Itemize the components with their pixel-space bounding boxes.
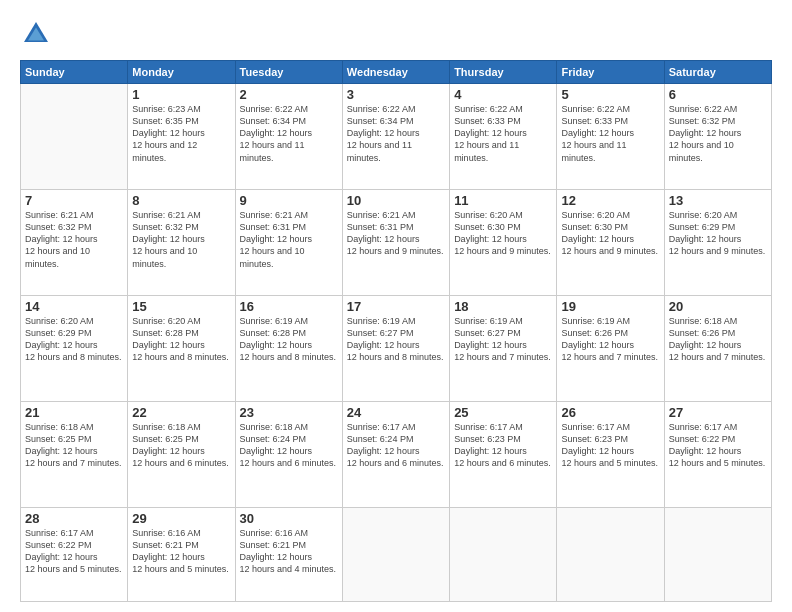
calendar-cell: 24 Sunrise: 6:17 AMSunset: 6:24 PMDaylig… [342,402,449,508]
calendar-week-row: 14 Sunrise: 6:20 AMSunset: 6:29 PMDaylig… [21,296,772,402]
cell-day-number: 4 [454,87,552,102]
cell-info: Sunrise: 6:19 AMSunset: 6:27 PMDaylight:… [454,316,551,362]
calendar-cell: 25 Sunrise: 6:17 AMSunset: 6:23 PMDaylig… [450,402,557,508]
cell-day-number: 8 [132,193,230,208]
calendar-cell [21,84,128,190]
cell-day-number: 6 [669,87,767,102]
cell-day-number: 20 [669,299,767,314]
cell-day-number: 17 [347,299,445,314]
calendar-cell: 11 Sunrise: 6:20 AMSunset: 6:30 PMDaylig… [450,190,557,296]
cell-day-number: 16 [240,299,338,314]
weekday-header-monday: Monday [128,61,235,84]
cell-info: Sunrise: 6:21 AMSunset: 6:32 PMDaylight:… [25,210,98,269]
cell-day-number: 10 [347,193,445,208]
calendar-cell: 26 Sunrise: 6:17 AMSunset: 6:23 PMDaylig… [557,402,664,508]
cell-info: Sunrise: 6:19 AMSunset: 6:27 PMDaylight:… [347,316,444,362]
cell-info: Sunrise: 6:22 AMSunset: 6:33 PMDaylight:… [454,104,527,163]
calendar-week-row: 1 Sunrise: 6:23 AMSunset: 6:35 PMDayligh… [21,84,772,190]
calendar-cell [664,508,771,602]
cell-day-number: 21 [25,405,123,420]
cell-info: Sunrise: 6:22 AMSunset: 6:34 PMDaylight:… [347,104,420,163]
cell-info: Sunrise: 6:18 AMSunset: 6:25 PMDaylight:… [132,422,229,468]
calendar-cell: 4 Sunrise: 6:22 AMSunset: 6:33 PMDayligh… [450,84,557,190]
cell-info: Sunrise: 6:18 AMSunset: 6:25 PMDaylight:… [25,422,122,468]
cell-info: Sunrise: 6:20 AMSunset: 6:30 PMDaylight:… [561,210,658,256]
calendar-cell [342,508,449,602]
cell-info: Sunrise: 6:16 AMSunset: 6:21 PMDaylight:… [132,528,229,574]
cell-day-number: 5 [561,87,659,102]
calendar-cell: 13 Sunrise: 6:20 AMSunset: 6:29 PMDaylig… [664,190,771,296]
weekday-header-row: SundayMondayTuesdayWednesdayThursdayFrid… [21,61,772,84]
calendar-table: SundayMondayTuesdayWednesdayThursdayFrid… [20,60,772,602]
cell-day-number: 12 [561,193,659,208]
cell-day-number: 30 [240,511,338,526]
cell-info: Sunrise: 6:23 AMSunset: 6:35 PMDaylight:… [132,104,205,163]
calendar-cell: 30 Sunrise: 6:16 AMSunset: 6:21 PMDaylig… [235,508,342,602]
weekday-header-tuesday: Tuesday [235,61,342,84]
calendar-cell: 23 Sunrise: 6:18 AMSunset: 6:24 PMDaylig… [235,402,342,508]
cell-day-number: 25 [454,405,552,420]
cell-info: Sunrise: 6:20 AMSunset: 6:28 PMDaylight:… [132,316,229,362]
calendar-cell: 27 Sunrise: 6:17 AMSunset: 6:22 PMDaylig… [664,402,771,508]
cell-day-number: 18 [454,299,552,314]
calendar-week-row: 28 Sunrise: 6:17 AMSunset: 6:22 PMDaylig… [21,508,772,602]
calendar-cell: 8 Sunrise: 6:21 AMSunset: 6:32 PMDayligh… [128,190,235,296]
cell-info: Sunrise: 6:18 AMSunset: 6:24 PMDaylight:… [240,422,337,468]
cell-day-number: 24 [347,405,445,420]
page: SundayMondayTuesdayWednesdayThursdayFrid… [0,0,792,612]
cell-info: Sunrise: 6:22 AMSunset: 6:32 PMDaylight:… [669,104,742,163]
calendar-cell: 3 Sunrise: 6:22 AMSunset: 6:34 PMDayligh… [342,84,449,190]
header [20,18,772,50]
cell-day-number: 22 [132,405,230,420]
calendar-cell: 22 Sunrise: 6:18 AMSunset: 6:25 PMDaylig… [128,402,235,508]
calendar-cell: 6 Sunrise: 6:22 AMSunset: 6:32 PMDayligh… [664,84,771,190]
weekday-header-sunday: Sunday [21,61,128,84]
calendar-cell: 7 Sunrise: 6:21 AMSunset: 6:32 PMDayligh… [21,190,128,296]
cell-day-number: 29 [132,511,230,526]
calendar-cell: 5 Sunrise: 6:22 AMSunset: 6:33 PMDayligh… [557,84,664,190]
cell-day-number: 23 [240,405,338,420]
cell-day-number: 1 [132,87,230,102]
calendar-cell [557,508,664,602]
calendar-cell [450,508,557,602]
weekday-header-saturday: Saturday [664,61,771,84]
logo-icon [20,18,52,50]
logo [20,18,58,50]
cell-info: Sunrise: 6:22 AMSunset: 6:33 PMDaylight:… [561,104,634,163]
cell-info: Sunrise: 6:18 AMSunset: 6:26 PMDaylight:… [669,316,766,362]
calendar-cell: 14 Sunrise: 6:20 AMSunset: 6:29 PMDaylig… [21,296,128,402]
calendar-cell: 19 Sunrise: 6:19 AMSunset: 6:26 PMDaylig… [557,296,664,402]
cell-info: Sunrise: 6:17 AMSunset: 6:23 PMDaylight:… [454,422,551,468]
cell-day-number: 7 [25,193,123,208]
calendar-cell: 10 Sunrise: 6:21 AMSunset: 6:31 PMDaylig… [342,190,449,296]
cell-info: Sunrise: 6:20 AMSunset: 6:30 PMDaylight:… [454,210,551,256]
calendar-cell: 15 Sunrise: 6:20 AMSunset: 6:28 PMDaylig… [128,296,235,402]
weekday-header-friday: Friday [557,61,664,84]
calendar-cell: 2 Sunrise: 6:22 AMSunset: 6:34 PMDayligh… [235,84,342,190]
cell-info: Sunrise: 6:17 AMSunset: 6:22 PMDaylight:… [25,528,122,574]
cell-day-number: 2 [240,87,338,102]
calendar-cell: 28 Sunrise: 6:17 AMSunset: 6:22 PMDaylig… [21,508,128,602]
calendar-cell: 20 Sunrise: 6:18 AMSunset: 6:26 PMDaylig… [664,296,771,402]
cell-info: Sunrise: 6:22 AMSunset: 6:34 PMDaylight:… [240,104,313,163]
cell-info: Sunrise: 6:17 AMSunset: 6:23 PMDaylight:… [561,422,658,468]
cell-day-number: 26 [561,405,659,420]
weekday-header-wednesday: Wednesday [342,61,449,84]
cell-day-number: 15 [132,299,230,314]
cell-info: Sunrise: 6:16 AMSunset: 6:21 PMDaylight:… [240,528,337,574]
cell-day-number: 19 [561,299,659,314]
calendar-cell: 16 Sunrise: 6:19 AMSunset: 6:28 PMDaylig… [235,296,342,402]
cell-info: Sunrise: 6:20 AMSunset: 6:29 PMDaylight:… [25,316,122,362]
cell-info: Sunrise: 6:21 AMSunset: 6:31 PMDaylight:… [240,210,313,269]
calendar-cell: 29 Sunrise: 6:16 AMSunset: 6:21 PMDaylig… [128,508,235,602]
calendar-week-row: 21 Sunrise: 6:18 AMSunset: 6:25 PMDaylig… [21,402,772,508]
calendar-cell: 1 Sunrise: 6:23 AMSunset: 6:35 PMDayligh… [128,84,235,190]
calendar-cell: 17 Sunrise: 6:19 AMSunset: 6:27 PMDaylig… [342,296,449,402]
cell-info: Sunrise: 6:19 AMSunset: 6:26 PMDaylight:… [561,316,658,362]
cell-day-number: 13 [669,193,767,208]
cell-info: Sunrise: 6:19 AMSunset: 6:28 PMDaylight:… [240,316,337,362]
cell-day-number: 27 [669,405,767,420]
calendar-week-row: 7 Sunrise: 6:21 AMSunset: 6:32 PMDayligh… [21,190,772,296]
calendar-cell: 18 Sunrise: 6:19 AMSunset: 6:27 PMDaylig… [450,296,557,402]
cell-day-number: 14 [25,299,123,314]
